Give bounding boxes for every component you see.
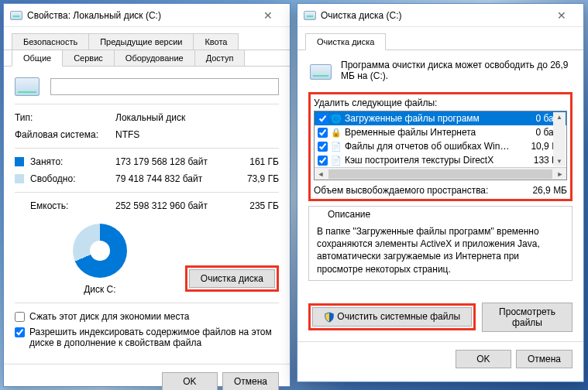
- drive-label-input[interactable]: [50, 78, 279, 95]
- file-checkbox[interactable]: [318, 156, 328, 166]
- total-value: 26,9 МБ: [532, 185, 567, 196]
- file-list[interactable]: 🌐Загруженные файлы программ0 байт🔒Времен…: [314, 111, 567, 180]
- disk-cleanup-button[interactable]: Очистка диска: [189, 269, 275, 288]
- type-label: Тип:: [15, 112, 115, 123]
- tab-access[interactable]: Доступ: [194, 50, 246, 66]
- file-name: Временные файлы Интернета: [345, 127, 517, 138]
- view-files-button[interactable]: Просмотреть файлы: [482, 303, 573, 332]
- free-bytes: 79 418 744 832 байт: [115, 173, 224, 184]
- scroll-up-icon[interactable]: ▲: [555, 112, 564, 122]
- compress-checkbox[interactable]: Сжать этот диск для экономии места: [15, 311, 279, 322]
- index-label: Разрешить индексировать содержимое файло…: [29, 327, 279, 348]
- usage-pie-chart: [73, 224, 127, 278]
- close-icon[interactable]: ✕: [253, 5, 284, 26]
- index-checkbox[interactable]: Разрешить индексировать содержимое файло…: [15, 327, 279, 348]
- tab-general[interactable]: Общие: [12, 50, 63, 67]
- tab-hardware[interactable]: Оборудование: [114, 50, 195, 66]
- type-value: Локальный диск: [115, 112, 185, 123]
- ok-button[interactable]: OK: [456, 350, 511, 368]
- cap-gb: 235 ГБ: [224, 200, 279, 211]
- highlight-sysfiles: Очистить системные файлы: [308, 303, 476, 330]
- file-name: Загруженные файлы программ: [345, 113, 517, 124]
- drive-icon: [304, 9, 316, 22]
- disk-label: Диск C:: [15, 284, 185, 295]
- free-label: Свободно:: [30, 173, 115, 184]
- close-icon[interactable]: ✕: [546, 5, 577, 26]
- scroll-thumb[interactable]: [328, 169, 552, 179]
- scroll-left-icon[interactable]: ◄: [315, 169, 327, 180]
- cancel-button[interactable]: Отмена: [516, 350, 573, 368]
- highlight-cleanup: Очистка диска: [185, 265, 279, 292]
- file-row[interactable]: 📄Файлы для отчетов об ошибках Win…10,9 К…: [315, 139, 566, 153]
- cleanup-dialog: Очистка диска (C:) ✕ Очистка диска Прогр…: [297, 3, 584, 382]
- compress-input[interactable]: [15, 312, 25, 322]
- file-name: Файлы для отчетов об ошибках Win…: [345, 141, 517, 152]
- file-row[interactable]: 🔒Временные файлы Интернета0 байт: [315, 125, 566, 139]
- doc-icon: 📄: [331, 141, 342, 152]
- cleanup-info-icon: [308, 60, 333, 84]
- tab-service[interactable]: Сервис: [62, 50, 115, 66]
- globe-icon: 🌐: [331, 113, 342, 124]
- cleanup-panel: Программа очистки диска может освободить…: [297, 50, 583, 341]
- delete-label: Удалить следующие файлы:: [314, 98, 567, 108]
- sysfiles-label: Очистить системные файлы: [337, 311, 460, 322]
- file-row[interactable]: 🌐Загруженные файлы программ0 байт: [315, 111, 566, 125]
- window-title: Свойства: Локальный диск (C:): [27, 10, 253, 21]
- free-swatch: [15, 174, 24, 183]
- tabs: Очистка диска: [297, 27, 583, 50]
- description-title: Описание: [325, 209, 373, 220]
- tab-cleanup[interactable]: Очистка диска: [305, 33, 386, 50]
- horizontal-scrollbar[interactable]: ◄ ►: [315, 167, 566, 180]
- cap-label: Емкость:: [30, 200, 115, 211]
- lock-icon: 🔒: [331, 127, 342, 138]
- used-gb: 161 ГБ: [224, 156, 279, 167]
- window-title: Очистка диска (C:): [321, 10, 546, 21]
- total-label: Объем высвобождаемого пространства:: [314, 185, 532, 196]
- cancel-button[interactable]: Отмена: [222, 372, 279, 390]
- dialog-footer: OK Отмена: [297, 341, 583, 376]
- used-swatch: [15, 157, 24, 166]
- file-checkbox[interactable]: [318, 114, 328, 124]
- fs-value: NTFS: [115, 129, 139, 140]
- tabs-row2: Общие Сервис Оборудование Доступ: [4, 50, 290, 67]
- description-text: В папке "Загруженные файлы программ" вре…: [317, 225, 564, 275]
- properties-dialog: Свойства: Локальный диск (C:) ✕ Безопасн…: [3, 3, 291, 387]
- tab-quota[interactable]: Квота: [193, 33, 239, 50]
- vertical-scrollbar[interactable]: ▲▼: [553, 112, 566, 166]
- drive-large-icon: [15, 77, 40, 96]
- general-panel: Тип: Локальный диск Файловая система: NT…: [4, 67, 290, 364]
- highlight-filelist: Удалить следующие файлы: 🌐Загруженные фа…: [308, 92, 573, 201]
- compress-label: Сжать этот диск для экономии места: [29, 311, 189, 322]
- shield-icon: [324, 312, 335, 323]
- tab-security[interactable]: Безопасность: [12, 33, 89, 50]
- drive-icon: [10, 9, 22, 22]
- doc-icon: 📄: [331, 155, 342, 166]
- titlebar: Свойства: Локальный диск (C:) ✕: [4, 4, 290, 27]
- cap-bytes: 252 598 312 960 байт: [115, 200, 224, 211]
- fs-label: Файловая система:: [15, 129, 115, 140]
- file-row[interactable]: 📄Кэш построителя текстуры DirectX133 КБ: [315, 153, 566, 167]
- titlebar: Очистка диска (C:) ✕: [297, 4, 583, 27]
- file-checkbox[interactable]: [318, 128, 328, 138]
- clean-system-files-button[interactable]: Очистить системные файлы: [312, 307, 472, 327]
- scroll-right-icon[interactable]: ►: [554, 169, 566, 180]
- index-input[interactable]: [15, 327, 25, 337]
- description-group: Описание В папке "Загруженные файлы прог…: [308, 206, 573, 281]
- file-checkbox[interactable]: [318, 142, 328, 152]
- tab-prev-versions[interactable]: Предыдущие версии: [88, 33, 194, 50]
- tabs-row: Безопасность Предыдущие версии Квота: [4, 27, 290, 50]
- ok-button[interactable]: OK: [162, 372, 218, 390]
- used-label: Занято:: [30, 156, 115, 167]
- file-name: Кэш построителя текстуры DirectX: [345, 155, 517, 166]
- scroll-down-icon[interactable]: ▼: [555, 156, 564, 166]
- info-text: Программа очистки диска может освободить…: [341, 60, 573, 81]
- free-gb: 73,9 ГБ: [224, 173, 279, 184]
- used-bytes: 173 179 568 128 байт: [115, 156, 224, 167]
- dialog-footer: OK Отмена: [4, 364, 290, 390]
